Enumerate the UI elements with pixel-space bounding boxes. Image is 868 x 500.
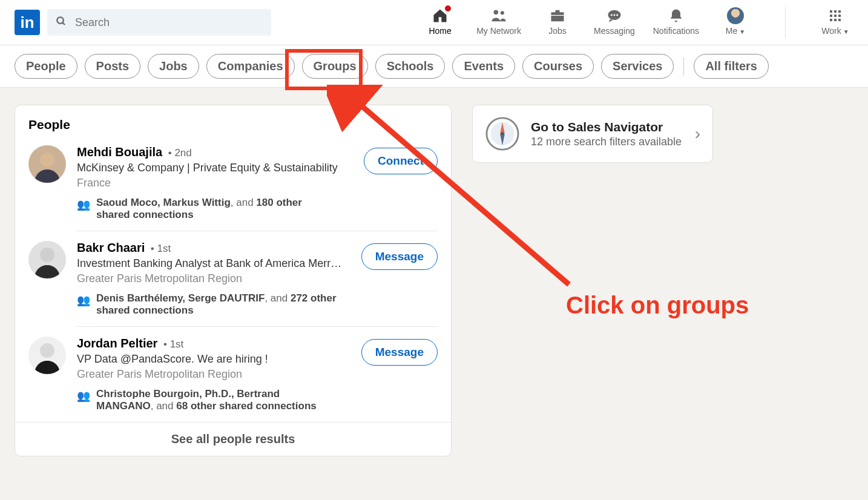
- nav-home[interactable]: Home: [422, 7, 458, 36]
- messaging-icon: [606, 7, 623, 25]
- result-name-line[interactable]: Mehdi Bouajila • 2nd: [77, 145, 353, 159]
- shared-connections: 👥 Christophe Bourgoin, Ph.D., Bertrand M…: [77, 388, 337, 412]
- nav-jobs-label: Jobs: [548, 26, 567, 36]
- filter-posts[interactable]: Posts: [85, 54, 140, 79]
- svg-line-1: [62, 22, 65, 25]
- search-result: Mehdi Bouajila • 2nd McKinsey & Company …: [15, 136, 451, 231]
- nav-notifications-label: Notifications: [653, 26, 699, 36]
- nav-messaging[interactable]: Messaging: [594, 7, 635, 36]
- caret-down-icon: ▼: [739, 28, 745, 35]
- result-degree: • 1st: [163, 338, 183, 350]
- svg-rect-10: [838, 10, 841, 13]
- people-card: People Mehdi Bouajila • 2nd McKinsey & C…: [15, 105, 452, 456]
- result-title: Investment Banking Analyst at Bank of Am…: [77, 257, 349, 270]
- shared-icon: 👥: [77, 294, 90, 307]
- result-name: Mehdi Bouajila: [77, 145, 162, 159]
- shared-icon: 👥: [77, 198, 90, 211]
- shared-icon: 👥: [77, 389, 90, 403]
- filter-events[interactable]: Events: [452, 54, 515, 79]
- nav-me[interactable]: Me▼: [717, 7, 754, 36]
- nav-work-label: Work▼: [821, 26, 849, 36]
- nav-network[interactable]: My Network: [476, 7, 521, 36]
- notification-badge: [444, 4, 452, 13]
- svg-point-7: [616, 14, 618, 16]
- nav-divider: [785, 7, 786, 38]
- annotation-text: Click on groups: [566, 292, 749, 319]
- caret-down-icon: ▼: [843, 28, 849, 35]
- nav-messaging-label: Messaging: [594, 26, 635, 36]
- svg-point-24: [501, 132, 504, 136]
- avatar-icon: [727, 7, 744, 25]
- svg-point-2: [494, 10, 498, 14]
- nav-notifications[interactable]: Notifications: [653, 7, 699, 36]
- compass-icon: [485, 116, 520, 151]
- message-button[interactable]: Message: [361, 339, 438, 366]
- message-button[interactable]: Message: [361, 243, 438, 270]
- avatar[interactable]: [28, 337, 66, 374]
- svg-rect-13: [838, 15, 841, 17]
- svg-point-5: [611, 14, 613, 16]
- result-name: Jordan Peltier: [77, 337, 157, 350]
- result-degree: • 1st: [151, 243, 171, 254]
- filter-companies[interactable]: Companies: [206, 54, 295, 79]
- result-name: Bakr Chaari: [77, 241, 145, 254]
- nav-work[interactable]: Work▼: [817, 7, 853, 36]
- sales-navigator-card[interactable]: Go to Sales Navigator 12 more search fil…: [472, 105, 713, 163]
- see-all-people[interactable]: See all people results: [15, 422, 451, 456]
- filter-bar: People Posts Jobs Companies Groups Schoo…: [0, 45, 868, 88]
- result-degree: • 2nd: [168, 147, 192, 159]
- svg-point-6: [613, 14, 615, 16]
- filter-separator: [683, 58, 684, 76]
- network-icon: [490, 7, 507, 25]
- svg-point-3: [501, 11, 504, 15]
- result-location: Greater Paris Metropolitan Region: [77, 368, 350, 381]
- nav-home-label: Home: [429, 26, 451, 36]
- search-input[interactable]: [74, 16, 263, 30]
- svg-rect-15: [834, 19, 837, 21]
- filter-services[interactable]: Services: [601, 54, 674, 79]
- svg-point-17: [40, 153, 54, 167]
- result-title: VP Data @PandaScore. We are hiring !: [77, 353, 349, 366]
- result-location: Greater Paris Metropolitan Region: [77, 272, 350, 285]
- jobs-icon: [549, 7, 566, 25]
- filter-courses[interactable]: Courses: [522, 54, 594, 79]
- svg-point-18: [40, 248, 54, 262]
- search-result: Jordan Peltier • 1st VP Data @PandaScore…: [15, 327, 451, 422]
- shared-connections: 👥 Saoud Moco, Markus Wittig, and 180 oth…: [77, 197, 337, 221]
- svg-rect-14: [830, 19, 832, 21]
- bell-icon: [668, 7, 685, 25]
- filter-jobs[interactable]: Jobs: [148, 54, 199, 79]
- svg-rect-16: [838, 19, 841, 21]
- filter-people[interactable]: People: [15, 54, 77, 79]
- result-title: McKinsey & Company | Private Equity & Su…: [77, 162, 349, 174]
- svg-rect-12: [834, 15, 837, 17]
- avatar[interactable]: [28, 145, 66, 183]
- result-location: France: [77, 177, 353, 189]
- side-title: Go to Sales Navigator: [531, 120, 684, 134]
- top-nav: in Home My Network Jobs: [0, 0, 868, 45]
- svg-rect-11: [830, 15, 832, 17]
- svg-rect-9: [834, 10, 837, 13]
- svg-point-0: [57, 17, 64, 24]
- result-name-line[interactable]: Bakr Chaari • 1st: [77, 241, 350, 255]
- result-name-line[interactable]: Jordan Peltier • 1st: [77, 337, 350, 350]
- search-result: Bakr Chaari • 1st Investment Banking Ana…: [15, 231, 451, 326]
- filter-groups[interactable]: Groups: [302, 54, 368, 79]
- filter-all[interactable]: All filters: [694, 54, 769, 79]
- svg-rect-8: [830, 10, 832, 13]
- connect-button[interactable]: Connect: [364, 148, 438, 174]
- filter-schools[interactable]: Schools: [375, 54, 446, 79]
- side-subtitle: 12 more search filters available: [531, 136, 684, 148]
- people-card-title: People: [15, 105, 451, 136]
- nav-me-label: Me▼: [726, 26, 745, 36]
- content-area: People Mehdi Bouajila • 2nd McKinsey & C…: [0, 88, 868, 473]
- nav-network-label: My Network: [476, 26, 521, 36]
- shared-connections: 👥 Denis Barthélemy, Serge DAUTRIF, and 2…: [77, 292, 337, 317]
- nav-jobs[interactable]: Jobs: [539, 7, 576, 36]
- search-box[interactable]: [47, 9, 271, 36]
- svg-point-19: [40, 343, 54, 358]
- apps-icon: [828, 7, 843, 25]
- search-icon: [56, 16, 67, 30]
- linkedin-logo[interactable]: in: [15, 10, 40, 35]
- avatar[interactable]: [28, 241, 66, 278]
